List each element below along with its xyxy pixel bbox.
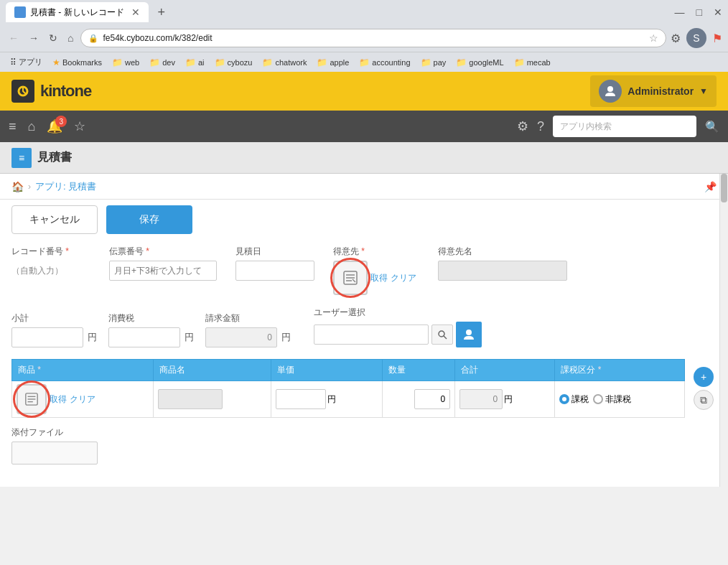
svg-point-7 — [439, 331, 444, 337]
subtotal-input[interactable] — [11, 327, 83, 347]
cancel-button[interactable]: キャンセル — [11, 205, 98, 234]
product-clear-link[interactable]: クリア — [70, 393, 95, 406]
tax-row: 円 — [108, 327, 194, 347]
notification-icon[interactable]: 🔔 3 — [47, 118, 62, 134]
product-lookup-button[interactable] — [17, 384, 47, 414]
bookmark-cybozu[interactable]: 📁 cybozu — [210, 56, 257, 69]
tax-input[interactable] — [108, 327, 180, 347]
bookmark-apps[interactable]: ⠿ アプリ — [6, 55, 47, 69]
close-button[interactable]: ✕ — [714, 6, 722, 18]
forward-button[interactable]: → — [26, 31, 42, 45]
settings-icon[interactable]: ⚙ — [517, 118, 528, 134]
scrollbar-thumb[interactable] — [721, 174, 727, 202]
tax-field: 消費税 円 — [108, 312, 194, 347]
search-submit-icon[interactable]: 🔍 — [705, 120, 719, 134]
table-side-buttons: + ⧉ — [694, 367, 714, 410]
bookmark-dev[interactable]: 📁 dev — [145, 56, 179, 69]
maximize-button[interactable]: □ — [696, 6, 702, 18]
col-product-name: 商品名 — [153, 360, 271, 381]
help-icon[interactable]: ? — [537, 119, 544, 134]
bookmark-googleml[interactable]: 📁 googleML — [452, 56, 508, 69]
client-field: 得意先 * 取得 クリア — [333, 246, 426, 295]
save-button[interactable]: 保存 — [106, 205, 192, 234]
breadcrumb-link[interactable]: アプリ: 見積書 — [35, 180, 96, 193]
home-nav-icon[interactable]: ⌂ — [28, 119, 36, 134]
bookmark-star-icon[interactable]: ☆ — [649, 32, 658, 44]
quantity-input[interactable] — [414, 389, 450, 409]
form-content: キャンセル 保存 レコード番号 * （自動入力） 伝票番号 * — [0, 200, 728, 487]
product-get-link[interactable]: 取得 — [50, 393, 67, 406]
bookmark-apple[interactable]: 📁 apple — [312, 56, 353, 69]
estimate-date-input[interactable] — [235, 261, 314, 281]
subtotal-yen: 円 — [88, 331, 97, 344]
client-name-field: 得意先名 — [438, 246, 567, 281]
required-mark: * — [361, 246, 365, 256]
add-user-button[interactable] — [456, 322, 482, 347]
voucher-label: 伝票番号 * — [109, 246, 224, 258]
quantity-cell — [383, 381, 455, 418]
client-name-label: 得意先名 — [438, 246, 567, 258]
col-unit-price: 単価 — [271, 360, 383, 381]
home-button[interactable]: ⌂ — [65, 31, 76, 45]
row-total-input — [459, 389, 503, 409]
table-row: 取得 クリア 円 — [12, 381, 685, 418]
user-search-button[interactable] — [431, 324, 453, 345]
title-bar: 見積書 - 新しいレコード ✕ + — □ ✕ — [0, 0, 728, 24]
kintone-logo: kintone — [11, 80, 91, 103]
voucher-number-field: 伝票番号 * — [109, 246, 224, 281]
admin-menu[interactable]: Administrator ▼ — [590, 75, 717, 107]
col-product: 商品 * — [12, 360, 154, 381]
back-button[interactable]: ← — [6, 31, 22, 45]
bookmark-mecab[interactable]: 📁 mecab — [510, 56, 555, 69]
client-label: 得意先 * — [333, 246, 426, 258]
tab-close-button[interactable]: ✕ — [131, 6, 140, 18]
client-get-link[interactable]: 取得 — [370, 272, 388, 284]
refresh-button[interactable]: ↻ — [46, 31, 60, 45]
app-menu-icon[interactable]: ≡ — [11, 148, 32, 168]
bookmark-chatwork[interactable]: 📁 chatwork — [258, 56, 311, 69]
bookmark-ai[interactable]: 📁 ai — [181, 56, 209, 69]
profile-icon[interactable]: S — [686, 28, 706, 48]
home-icon[interactable]: 🏠 — [11, 181, 24, 192]
subtotal-label: 小計 — [11, 312, 97, 324]
app-header: ≡ 見積書 — [0, 142, 728, 174]
bookmark-accounting[interactable]: 📁 accounting — [355, 56, 414, 69]
logo-icon — [11, 80, 34, 103]
admin-name: Administrator — [627, 85, 694, 97]
nontaxable-radio-button[interactable] — [593, 394, 603, 404]
pin-icon[interactable]: 📌 — [704, 181, 717, 192]
button-row: キャンセル 保存 — [11, 200, 717, 246]
subtotal-row: 円 — [11, 327, 97, 347]
new-tab-button[interactable]: + — [151, 2, 172, 22]
url-bar[interactable]: 🔒 fe54k.cybozu.com/k/382/edit ☆ — [80, 29, 666, 47]
scrollbar[interactable] — [719, 174, 728, 487]
client-lookup-button[interactable] — [333, 261, 368, 295]
tax-type-radio-group: 課税 非課税 — [559, 393, 680, 406]
tax-option-taxable[interactable]: 課税 — [559, 393, 589, 406]
favorites-icon[interactable]: ☆ — [74, 118, 85, 134]
active-tab[interactable]: 見積書 - 新しいレコード ✕ — [6, 2, 149, 22]
estimate-date-field: 見積日 — [235, 246, 322, 281]
unit-price-input[interactable] — [276, 389, 326, 409]
col-product-required: * — [37, 365, 41, 375]
client-clear-link[interactable]: クリア — [391, 272, 416, 284]
voucher-input[interactable] — [109, 261, 217, 281]
tax-option-nontaxable[interactable]: 非課税 — [593, 393, 631, 406]
product-cell: 取得 クリア — [12, 381, 154, 418]
bookmark-bookmarks[interactable]: ★ Bookmarks — [48, 56, 106, 69]
add-row-button[interactable]: + — [694, 367, 714, 387]
minimize-button[interactable]: — — [675, 6, 685, 18]
client-name-input — [438, 261, 567, 281]
hamburger-icon[interactable]: ≡ — [9, 119, 17, 134]
bookmark-pay[interactable]: 📁 pay — [416, 56, 451, 69]
product-table: 商品 * 商品名 単価 数量 合計 課税区分 * — [11, 359, 685, 418]
copy-row-button[interactable]: ⧉ — [694, 390, 714, 410]
attachment-box[interactable] — [11, 442, 98, 464]
bookmark-web[interactable]: 📁 web — [108, 56, 144, 69]
user-select-input[interactable] — [314, 324, 429, 345]
alert-icon[interactable]: ⚑ — [712, 32, 722, 45]
svg-point-2 — [607, 86, 613, 92]
kintone-app: kintone Administrator ▼ ≡ ⌂ 🔔 3 ☆ ⚙ ? アプ… — [0, 72, 728, 487]
extensions-icon[interactable]: ⚙ — [671, 32, 681, 45]
taxable-radio-button[interactable] — [559, 394, 569, 404]
